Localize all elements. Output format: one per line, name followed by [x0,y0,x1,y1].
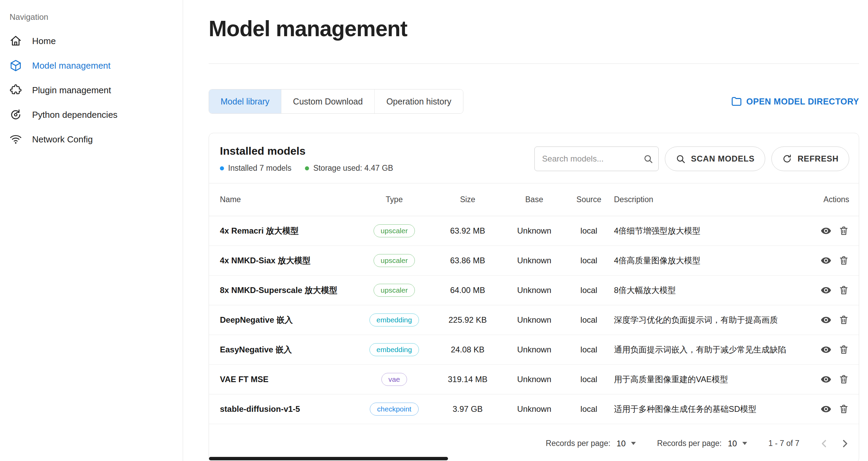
search-input[interactable] [534,146,659,171]
row-actions [787,335,859,365]
model-size: 64.00 MB [433,276,503,305]
table-row: EasyNegative 嵌入embedding24.08 KBUnknownl… [209,335,859,365]
model-name: 4x Remacri 放大模型 [209,216,356,246]
view-model-icon[interactable] [821,374,831,385]
network-config-icon [10,133,22,145]
scan-models-label: SCAN MODELS [691,154,755,164]
card-header: Installed models Installed 7 models Stor… [209,133,859,183]
model-base: Unknown [503,305,566,335]
previous-page-icon[interactable] [818,437,830,450]
model-size: 24.08 KB [433,335,503,365]
column-header-type: Type [356,183,433,216]
model-size: 319.14 MB [433,365,503,394]
sidebar-item-network-config[interactable]: Network Config [0,127,183,152]
model-base: Unknown [503,276,566,305]
view-model-icon[interactable] [821,315,831,325]
records-per-page-select-2[interactable]: 10 [728,439,747,448]
sidebar-item-python-dependencies[interactable]: Python dependencies [0,102,183,127]
model-name: 8x NMKD-Superscale 放大模型 [209,276,356,305]
column-header-description: Description [612,183,787,216]
folder-icon [731,96,742,107]
title-divider [209,64,859,64]
delete-model-icon[interactable] [838,255,849,266]
table-row: 4x NMKD-Siax 放大模型upscaler63.86 MBUnknown… [209,246,859,276]
horizontal-scrollbar-thumb[interactable] [209,457,448,460]
model-description: 用于高质量图像重建的VAE模型 [612,365,787,394]
search-icon [643,154,653,164]
model-source: local [566,335,612,365]
view-model-icon[interactable] [821,344,831,355]
refresh-button[interactable]: REFRESH [771,146,849,171]
table-row: stable-diffusion-v1-5checkpoint3.97 GBUn… [209,394,859,424]
model-base: Unknown [503,365,566,394]
model-name: DeepNegative 嵌入 [209,305,356,335]
row-actions [787,305,859,335]
storage-used-stat: Storage used: 4.47 GB [305,164,393,173]
refresh-label: REFRESH [798,154,839,164]
delete-model-icon[interactable] [838,285,849,296]
delete-model-icon[interactable] [838,225,849,236]
open-model-directory-label: OPEN MODEL DIRECTORY [746,97,859,107]
next-page-icon[interactable] [839,437,851,450]
installed-dot [220,166,224,170]
sidebar-item-home[interactable]: Home [0,29,183,53]
storage-used-label: Storage used: 4.47 GB [313,164,393,173]
sidebar-title: Navigation [0,10,183,29]
column-header-actions: Actions [787,183,859,216]
type-chip: upscaler [374,284,415,297]
open-model-directory-button[interactable]: OPEN MODEL DIRECTORY [731,96,859,107]
refresh-icon [782,154,792,164]
sidebar-item-model-management[interactable]: Model management [0,53,183,78]
model-type-cell: embedding [356,305,433,335]
model-base: Unknown [503,394,566,424]
caret-down-icon [631,442,636,445]
scan-models-button[interactable]: SCAN MODELS [665,146,765,171]
view-model-icon[interactable] [821,404,831,415]
main-content: Model management Model libraryCustom Dow… [183,0,868,461]
plugin-icon [10,84,22,96]
tab-operation-history[interactable]: Operation history [375,89,463,113]
row-actions [787,365,859,394]
sidebar-item-label: Home [32,36,56,46]
sidebar-item-label: Model management [32,60,111,71]
tab-custom-download[interactable]: Custom Download [281,89,375,113]
type-chip: vae [381,373,407,386]
model-name: EasyNegative 嵌入 [209,335,356,365]
view-model-icon[interactable] [821,255,831,266]
sidebar-item-plugin-management[interactable]: Plugin management [0,78,183,102]
table-row: 4x Remacri 放大模型upscaler63.92 MBUnknownlo… [209,216,859,246]
model-stats: Installed 7 models Storage used: 4.47 GB [220,164,393,173]
view-model-icon[interactable] [821,285,831,296]
model-type-cell: upscaler [356,276,433,305]
model-type-cell: checkpoint [356,394,433,424]
table-header-row: NameTypeSizeBaseSourceDescriptionActions [209,183,859,216]
delete-model-icon[interactable] [838,315,849,325]
sidebar-item-label: Network Config [32,134,93,145]
model-description: 4倍高质量图像放大模型 [612,246,787,276]
tab-model-library[interactable]: Model library [209,89,281,113]
app-window: Navigation HomeModel managementPlugin ma… [0,0,868,461]
model-base: Unknown [503,216,566,246]
delete-model-icon[interactable] [838,344,849,355]
model-type-cell: embedding [356,335,433,365]
delete-model-icon[interactable] [838,404,849,415]
view-model-icon[interactable] [821,225,831,236]
installed-models-card: Installed models Installed 7 models Stor… [209,133,859,461]
sidebar-nav: HomeModel managementPlugin managementPyt… [0,29,183,152]
scan-icon [675,154,686,164]
records-per-page-select[interactable]: 10 [617,439,636,448]
table-row: VAE FT MSEvae319.14 MBUnknownlocal用于高质量图… [209,365,859,394]
model-description: 通用负面提示词嵌入，有助于减少常见生成缺陷 [612,335,787,365]
model-source: local [566,246,612,276]
type-chip: checkpoint [370,403,418,416]
python-dependencies-icon [10,109,22,121]
toolbar-row: Model libraryCustom DownloadOperation hi… [209,89,859,114]
records-per-page-value-2: 10 [728,439,737,448]
home-icon [10,35,22,47]
type-chip: upscaler [374,224,415,237]
model-description: 深度学习优化的负面提示词，有助于提高画质 [612,305,787,335]
row-actions [787,216,859,246]
delete-model-icon[interactable] [838,374,849,385]
caret-down-icon [742,442,747,445]
table-row: DeepNegative 嵌入embedding225.92 KBUnknown… [209,305,859,335]
